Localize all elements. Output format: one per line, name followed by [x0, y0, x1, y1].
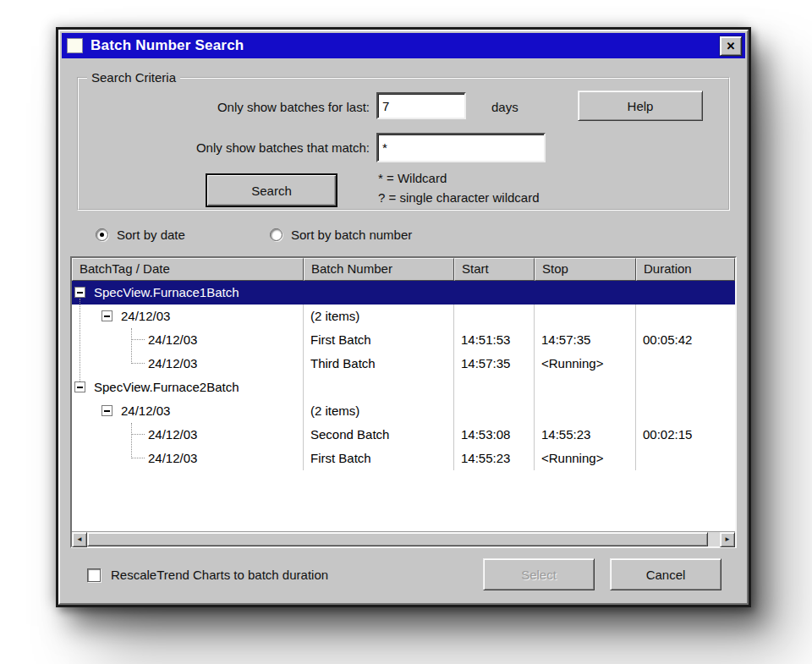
rescale-label: RescaleTrend Charts to batch duration [111, 568, 328, 582]
select-button[interactable]: Select [483, 558, 595, 590]
batch-tag-text: SpecView.Furnace2Batch [72, 376, 303, 398]
table-row[interactable]: 24/12/03 First Batch 14:51:53 14:57:35 0… [72, 328, 735, 352]
list-body[interactable]: SpecView.Furnace1Batch 24/12/03 (2 items… [72, 281, 735, 531]
cell-batch-tag: SpecView.Furnace2Batch [72, 376, 304, 399]
cell-batch-tag: 24/12/03 [72, 328, 304, 352]
cell-duration: 00:05:42 [636, 328, 735, 352]
cell-start [454, 305, 535, 328]
wildcard-note-1: * = Wildcard [378, 171, 447, 185]
cell-batch-tag: SpecView.Furnace1Batch [72, 281, 304, 305]
cell-batch-tag: 24/12/03 [72, 352, 304, 376]
batch-tag-text: 24/12/03 [72, 423, 303, 446]
cell-batch-number: (2 items) [304, 399, 454, 423]
tree-connector-line [131, 423, 132, 458]
column-header-4[interactable]: Duration [636, 258, 735, 281]
tree-connector-line [80, 299, 80, 381]
cell-stop [535, 376, 636, 399]
cell-batch-number [304, 281, 454, 305]
help-button[interactable]: Help [578, 91, 703, 121]
tree-expand-icon[interactable] [74, 381, 85, 392]
column-header-1[interactable]: Batch Number [304, 258, 454, 281]
match-input[interactable] [376, 133, 546, 162]
tree-expand-icon[interactable] [102, 310, 112, 321]
batch-list: BatchTag / DateBatch NumberStartStopDura… [70, 256, 737, 548]
scrollbar-track[interactable] [708, 532, 720, 546]
cell-start: 14:55:23 [454, 447, 535, 470]
title-bar[interactable]: Batch Number Search ✕ [62, 33, 745, 58]
dialog-body: Search Criteria Only show batches for la… [62, 77, 745, 601]
batch-number-search-dialog: Batch Number Search ✕ Search Criteria On… [56, 27, 751, 607]
cell-start [454, 399, 535, 423]
group-legend: Search Criteria [87, 70, 180, 85]
cell-batch-tag: 24/12/03 [72, 423, 304, 447]
window-title: Batch Number Search [91, 37, 720, 54]
days-suffix: days [491, 100, 518, 114]
cell-start [454, 376, 535, 399]
cell-batch-number [304, 376, 454, 399]
days-input[interactable] [376, 92, 466, 119]
table-row[interactable]: 24/12/03 (2 items) [72, 305, 735, 328]
horizontal-scrollbar[interactable]: ◄ ► [72, 531, 735, 546]
table-row[interactable]: 24/12/03 Second Batch 14:53:08 14:55:23 … [72, 423, 735, 447]
cell-stop [535, 281, 636, 305]
cell-stop [535, 399, 636, 423]
batch-tag-text: 24/12/03 [72, 352, 303, 375]
cell-batch-number: (2 items) [304, 305, 454, 328]
sort-by-date-label: Sort by date [117, 228, 185, 242]
wildcard-note-2: ? = single character wildcard [378, 190, 540, 205]
dialog-frame: Batch Number Search ✕ Search Criteria On… [58, 30, 749, 605]
days-label: Only show batches for last: [79, 100, 370, 114]
table-row[interactable]: SpecView.Furnace2Batch [72, 376, 735, 399]
cell-stop: 14:55:23 [535, 423, 636, 447]
sort-options: Sort by date Sort by batch number [96, 224, 737, 244]
sort-by-batch-number-label: Sort by batch number [291, 228, 412, 242]
cell-batch-tag: 24/12/03 [72, 447, 304, 470]
cell-batch-number: First Batch [304, 328, 454, 352]
tree-expand-icon[interactable] [74, 287, 85, 298]
table-row[interactable]: 24/12/03 (2 items) [72, 399, 735, 423]
tree-connector-line [131, 328, 132, 364]
cell-duration [636, 352, 735, 376]
cancel-button[interactable]: Cancel [610, 558, 721, 590]
batch-tag-text: 24/12/03 [72, 447, 303, 469]
cell-start: 14:53:08 [454, 423, 535, 447]
cell-batch-tag: 24/12/03 [72, 305, 304, 328]
match-label: Only show batches that match: [79, 140, 370, 155]
sort-by-date-radio[interactable] [96, 228, 108, 241]
cell-stop [535, 305, 636, 328]
cell-start: 14:57:35 [454, 352, 535, 376]
column-header-2[interactable]: Start [454, 258, 535, 281]
cell-duration [636, 399, 735, 423]
cell-start: 14:51:53 [454, 328, 535, 352]
scroll-right-icon[interactable]: ► [720, 532, 735, 547]
column-header-3[interactable]: Stop [535, 258, 636, 281]
cell-duration [636, 281, 735, 305]
batch-tag-text: 24/12/03 [72, 328, 303, 351]
dialog-footer: RescaleTrend Charts to batch duration Se… [70, 557, 737, 601]
cell-start [454, 281, 535, 305]
table-row[interactable]: 24/12/03 First Batch 14:55:23 <Running> [72, 447, 735, 470]
table-row[interactable]: 24/12/03 Third Batch 14:57:35 <Running> [72, 352, 735, 376]
scroll-left-icon[interactable]: ◄ [72, 532, 87, 547]
scrollbar-thumb[interactable] [87, 532, 708, 546]
cell-batch-tag: 24/12/03 [72, 399, 304, 423]
rescale-checkbox[interactable] [87, 568, 101, 582]
column-header-0[interactable]: BatchTag / Date [72, 258, 304, 281]
cell-duration [636, 376, 735, 399]
cell-stop: <Running> [535, 352, 636, 376]
cell-batch-number: Second Batch [304, 423, 454, 447]
cell-batch-number: Third Batch [304, 352, 454, 376]
cell-stop: 14:57:35 [535, 328, 636, 352]
cell-duration [636, 447, 735, 470]
close-icon[interactable]: ✕ [720, 36, 742, 56]
sort-by-batch-number-radio[interactable] [270, 228, 283, 241]
search-criteria-group: Search Criteria Only show batches for la… [77, 77, 730, 211]
cell-batch-number: First Batch [304, 447, 454, 470]
cell-duration: 00:02:15 [636, 423, 735, 447]
table-row[interactable]: SpecView.Furnace1Batch [72, 281, 735, 305]
app-icon [67, 38, 83, 53]
search-button[interactable]: Search [206, 173, 337, 207]
list-header: BatchTag / DateBatch NumberStartStopDura… [72, 258, 735, 281]
cell-duration [636, 305, 735, 328]
tree-expand-icon[interactable] [102, 405, 112, 416]
